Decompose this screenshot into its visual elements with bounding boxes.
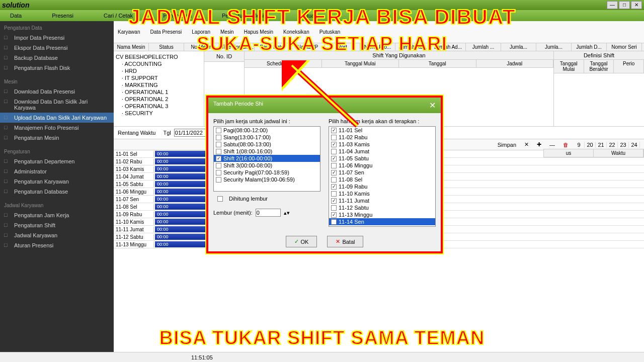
sidebar-foto[interactable]: Manajemen Foto Presensi (0, 123, 114, 133)
tb-data-presensi[interactable]: Data Presensi (150, 29, 182, 35)
sidebar-shift[interactable]: Pengaturan Shift (0, 220, 114, 230)
day-option[interactable]: 11-03 Kamis (329, 141, 435, 148)
shift-option[interactable]: Sabtu(08:00-13:00) (214, 141, 320, 148)
checkbox-icon[interactable] (216, 135, 221, 140)
grid-col[interactable]: Jumlah D... (572, 43, 607, 51)
cal-day[interactable]: 23 (618, 142, 629, 148)
cal-day[interactable]: 22 (607, 142, 618, 148)
checkbox-icon[interactable] (331, 128, 337, 133)
checkbox-icon[interactable] (216, 156, 221, 161)
sidebar-admin[interactable]: Administrator (0, 166, 114, 176)
checkbox-icon[interactable] (331, 135, 337, 140)
simpan-button[interactable]: Simpan (495, 141, 519, 149)
checkbox-icon[interactable] (331, 156, 337, 161)
sidebar-download-presensi[interactable]: Download Data Presensi (0, 86, 114, 97)
menu-data[interactable]: Data (10, 13, 22, 19)
day-option[interactable]: 11-11 Jumat (329, 197, 435, 204)
checkbox-icon[interactable] (216, 142, 221, 147)
shift-option[interactable]: Security Malam(19:00-06:59) (214, 176, 320, 183)
tb-karyawan[interactable]: Karyawan (118, 29, 140, 35)
checkbox-icon[interactable] (331, 219, 337, 225)
sidebar-jam-kerja[interactable]: Pengaturan Jam Kerja (0, 210, 114, 220)
delete-icon[interactable]: 🗑 (560, 141, 572, 149)
day-option[interactable]: 11-07 Sen (329, 169, 435, 176)
grid-col[interactable]: Jumlah ... (466, 43, 501, 51)
remove-icon[interactable]: — (546, 141, 558, 149)
lembur-checkbox[interactable] (217, 196, 223, 202)
spinner-icon[interactable]: ▴▾ (284, 210, 290, 216)
grid-col[interactable]: Jumla... (501, 43, 536, 51)
day-option[interactable]: 11-01 Sel (329, 127, 435, 134)
sidebar-departemen[interactable]: Pengaturan Departemen (0, 156, 114, 166)
day-option[interactable]: 11-02 Rabu (329, 134, 435, 141)
ok-button[interactable]: ✓OK (286, 236, 317, 247)
tree-item[interactable]: · MARKETING (116, 81, 202, 88)
shift-option[interactable]: Pagi(08:00-12:00) (214, 127, 320, 134)
add-icon[interactable]: ✚ (534, 140, 544, 149)
checkbox-icon[interactable] (331, 212, 337, 218)
minimize-button[interactable]: — (607, 1, 618, 9)
shift-option[interactable]: Security Pagi(07:00-18:59) (214, 169, 320, 176)
batal-button[interactable]: ✕Batal (327, 236, 363, 247)
cal-day[interactable]: 20 (585, 142, 596, 148)
day-option[interactable]: 11-13 Minggu (329, 211, 435, 218)
sidebar-jadwal-karyawan[interactable]: Jadwal Karyawan (0, 230, 114, 240)
grid-col[interactable]: Nama Mesin (114, 43, 149, 51)
day-option[interactable]: 11-14 Sen (329, 218, 435, 225)
day-option[interactable]: 11-12 Sabtu (329, 204, 435, 211)
days-listbox[interactable]: 11-01 Sel11-02 Rabu11-03 Kamis11-04 Juma… (329, 126, 436, 227)
checkbox-icon[interactable] (331, 170, 337, 175)
sidebar-flashdisk[interactable]: Pengaturan Flash Disk (0, 63, 114, 73)
grid-col[interactable]: Status (149, 43, 184, 51)
checkbox-icon[interactable] (331, 184, 337, 190)
checkbox-icon[interactable] (331, 205, 337, 211)
sidebar-backup[interactable]: Backup Database (0, 53, 114, 63)
tree-item[interactable]: · OPERATIONAL 1 (116, 88, 202, 96)
tree-root[interactable]: CV BEESHOPELECTRO (116, 53, 202, 60)
cancel-x-icon[interactable]: ✕ (521, 140, 532, 149)
menu-presensi[interactable]: Presensi (52, 13, 73, 19)
checkbox-icon[interactable] (331, 198, 337, 204)
checkbox-icon[interactable] (216, 149, 221, 154)
checkbox-icon[interactable] (331, 142, 337, 147)
checkbox-icon[interactable] (216, 163, 221, 168)
checkbox-icon[interactable] (216, 170, 221, 175)
day-option[interactable]: 11-06 Minggu (329, 162, 435, 169)
day-option[interactable]: 11-10 Kamis (329, 190, 435, 197)
cal-day[interactable]: 24 (629, 142, 640, 148)
sidebar-aturan[interactable]: Aturan Presensi (0, 240, 114, 250)
maximize-button[interactable]: □ (619, 1, 630, 9)
cal-day[interactable]: 9 (574, 142, 585, 148)
close-button[interactable]: ✕ (631, 1, 642, 9)
grid-col[interactable]: Nomor Seri (607, 43, 642, 51)
shift-option[interactable]: Siang(13:00-17:00) (214, 134, 320, 141)
sidebar-pengaturan-mesin[interactable]: Pengaturan Mesin (0, 133, 114, 143)
checkbox-icon[interactable] (216, 128, 221, 133)
tree-item[interactable]: · IT SUPPORT (116, 74, 202, 81)
sidebar-database[interactable]: Pengaturan Database (0, 187, 114, 197)
checkbox-icon[interactable] (331, 191, 337, 197)
sidebar-ekspor[interactable]: Ekspor Data Presensi (0, 43, 114, 53)
day-option[interactable]: 11-04 Jumat (329, 148, 435, 155)
day-option[interactable]: 11-08 Sel (329, 176, 435, 183)
checkbox-icon[interactable] (216, 177, 221, 183)
shift-option[interactable]: Shift 2(16:00-00:00) (214, 155, 320, 162)
sidebar-karyawan[interactable]: Pengaturan Karyawan (0, 176, 114, 187)
day-option[interactable]: 11-05 Sabtu (329, 155, 435, 162)
tree-item[interactable]: · OPERATIONAL 2 (116, 96, 202, 103)
cal-day[interactable]: 21 (596, 142, 607, 148)
checkbox-icon[interactable] (331, 177, 337, 183)
tree-item[interactable]: · SECURITY (116, 110, 202, 117)
grid-col[interactable]: Jumla... (536, 43, 572, 51)
shift-option[interactable]: Shift 1(08:00-16:00) (214, 148, 320, 155)
day-option[interactable]: 11-09 Rabu (329, 183, 435, 190)
tree-item[interactable]: · HRD (116, 67, 202, 74)
tree-item[interactable]: · ACCOUNTING (116, 60, 202, 67)
sidebar-download-sidik[interactable]: Download Data Dan Sidik Jari Karyawa (0, 97, 114, 113)
dialog-close-icon[interactable]: ✕ (429, 101, 436, 110)
checkbox-icon[interactable] (331, 149, 337, 154)
shift-option[interactable]: Shift 3(00:00-08:00) (214, 162, 320, 169)
sidebar-upload-sidik[interactable]: Upload Data Dan Sidik Jari Karyawan (0, 113, 114, 123)
sidebar-impor[interactable]: Impor Data Presensi (0, 33, 114, 43)
checkbox-icon[interactable] (331, 163, 337, 168)
